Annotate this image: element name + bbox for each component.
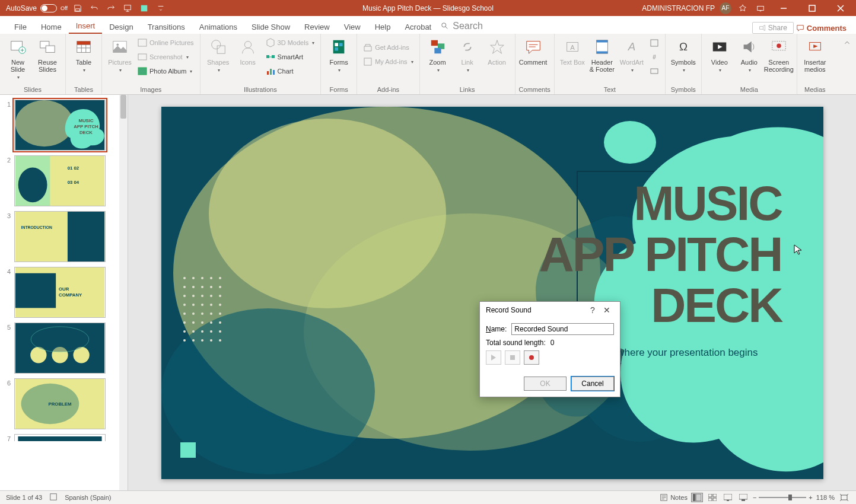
svg-point-94 xyxy=(219,295,221,297)
zoom-button[interactable]: Zoom▾ xyxy=(424,36,452,75)
tab-view[interactable]: View xyxy=(337,19,368,34)
fit-to-window-button[interactable] xyxy=(838,493,850,502)
thumbnails-scrollbar[interactable] xyxy=(119,95,128,490)
slide-thumbnail-3[interactable]: INTRODUCTION xyxy=(14,211,106,262)
toggle-switch-icon[interactable] xyxy=(40,4,57,12)
slide-sorter-view-button[interactable] xyxy=(707,493,718,502)
forms-button[interactable]: Forms▾ xyxy=(324,36,353,75)
video-button[interactable]: Video▾ xyxy=(705,36,734,75)
redo-button[interactable] xyxy=(104,2,117,15)
wordart-button[interactable]: A WordArt▾ xyxy=(618,36,646,75)
comment-button[interactable]: Comment xyxy=(519,36,548,67)
ribbon-display-options-button[interactable] xyxy=(754,2,767,15)
pictures-button[interactable]: Pictures▾ xyxy=(106,36,134,75)
user-name[interactable]: ADMINISTRACION FP xyxy=(642,4,715,12)
tab-help[interactable]: Help xyxy=(368,19,398,34)
zoom-level[interactable]: 118 % xyxy=(816,494,835,501)
svg-point-88 xyxy=(210,286,212,288)
dialog-help-button[interactable]: ? xyxy=(585,305,600,315)
photo-album-button[interactable]: Photo Album▾ xyxy=(135,65,196,78)
tell-me-search[interactable]: Search xyxy=(438,18,485,34)
3d-models-button[interactable]: 3D Models▾ xyxy=(263,36,317,49)
slide-thumbnail-2[interactable]: 01 0203 04 xyxy=(14,155,106,206)
coming-soon-button[interactable] xyxy=(736,2,749,15)
save-button[interactable] xyxy=(71,2,84,15)
zoom-slider[interactable]: − + xyxy=(753,494,813,501)
icons-button[interactable]: Icons xyxy=(234,36,262,67)
autosave-toggle[interactable]: AutoSave Off xyxy=(6,4,68,12)
dialog-titlebar[interactable]: Record Sound ? ✕ xyxy=(480,302,620,318)
screen-recording-button[interactable]: Screen Recording xyxy=(765,36,793,74)
get-addins-button[interactable]: Get Add-ins xyxy=(361,41,415,54)
slide-thumbnails-pane[interactable]: 1 MUSICAPP PITCHDECK 2 01 0203 04 3 INTR… xyxy=(0,95,128,490)
cancel-button[interactable]: Cancel xyxy=(571,377,614,391)
tab-insert[interactable]: Insert xyxy=(69,18,103,34)
dialog-close-button[interactable]: ✕ xyxy=(600,305,614,315)
share-button[interactable]: Share xyxy=(752,22,794,34)
slide-thumbnail-7[interactable] xyxy=(14,434,106,441)
tab-review[interactable]: Review xyxy=(297,19,337,34)
action-button[interactable]: Action xyxy=(483,36,511,67)
my-addins-button[interactable]: My Add-ins▾ xyxy=(361,55,415,68)
ok-button[interactable]: OK xyxy=(524,377,567,391)
new-slide-button[interactable]: New Slide▾ xyxy=(4,36,32,82)
sound-name-input[interactable] xyxy=(511,323,614,335)
customize-qat-button[interactable] xyxy=(154,2,167,15)
language-status[interactable]: Spanish (Spain) xyxy=(65,494,111,501)
tab-file[interactable]: File xyxy=(7,19,34,34)
text-box-button[interactable]: A Text Box xyxy=(558,36,587,67)
normal-view-button[interactable] xyxy=(691,493,703,502)
tab-home[interactable]: Home xyxy=(34,19,69,34)
undo-button[interactable] xyxy=(88,2,101,15)
slideshow-view-button[interactable] xyxy=(737,493,749,502)
tab-transitions[interactable]: Transitions xyxy=(141,19,192,34)
reuse-slides-button[interactable]: Reuse Slides xyxy=(33,36,62,74)
shapes-button[interactable]: Shapes▾ xyxy=(204,36,233,75)
slide-thumbnail-4[interactable]: OURCOMPANY xyxy=(14,267,106,318)
minimize-button[interactable] xyxy=(772,0,795,16)
slide-thumbnail-5[interactable] xyxy=(14,323,106,374)
zoom-icon xyxy=(428,37,447,56)
screenshot-button[interactable]: Screenshot▾ xyxy=(135,50,196,63)
accessibility-icon[interactable] xyxy=(49,493,58,502)
slide-position[interactable]: Slide 1 of 43 xyxy=(6,494,42,501)
header-footer-button[interactable]: Header & Footer xyxy=(588,36,616,74)
comments-button[interactable]: Comments xyxy=(796,24,847,33)
audio-button[interactable]: Audio▾ xyxy=(735,36,763,75)
zoom-in-button[interactable]: + xyxy=(809,494,812,501)
link-button[interactable]: Link▾ xyxy=(453,36,482,75)
chart-button[interactable]: Chart xyxy=(263,65,317,78)
tab-design[interactable]: Design xyxy=(102,19,140,34)
record-button[interactable] xyxy=(524,350,539,365)
object-button[interactable] xyxy=(647,65,661,78)
notes-button[interactable]: Notes xyxy=(660,493,688,502)
zoom-track[interactable] xyxy=(759,497,806,498)
tab-animations[interactable]: Animations xyxy=(192,19,244,34)
slide-thumbnail-1[interactable]: MUSICAPP PITCHDECK xyxy=(14,100,106,151)
smartart-button[interactable]: SmartArt xyxy=(263,50,317,63)
svg-point-96 xyxy=(192,304,195,306)
slide-editor[interactable]: MUSIC APP PITCH DECK Here is where your … xyxy=(128,95,856,490)
tab-acrobat[interactable]: Acrobat xyxy=(397,19,438,34)
slide-number-button[interactable]: # xyxy=(647,50,661,63)
table-icon xyxy=(74,37,93,56)
stop-button[interactable] xyxy=(505,350,520,365)
collapse-ribbon-button[interactable] xyxy=(841,36,854,49)
online-pictures-button[interactable]: Online Pictures xyxy=(135,36,196,49)
play-button[interactable] xyxy=(486,350,501,365)
date-time-button[interactable] xyxy=(647,36,661,49)
symbols-button[interactable]: Ω Symbols▾ xyxy=(669,36,698,75)
zoom-out-button[interactable]: − xyxy=(753,494,756,501)
slide-thumbnail-6[interactable]: PROBLEM xyxy=(14,378,106,429)
tab-slide-show[interactable]: Slide Show xyxy=(244,19,297,34)
insertar-medios-button[interactable]: Insertar medios xyxy=(801,36,829,74)
length-value: 0 xyxy=(550,339,555,347)
avatar[interactable]: AF xyxy=(720,2,731,14)
table-button[interactable]: Table▾ xyxy=(69,36,98,75)
maximize-button[interactable] xyxy=(800,0,824,16)
start-from-beginning-button[interactable] xyxy=(121,2,134,15)
new-slide-icon xyxy=(8,37,27,56)
reading-view-button[interactable] xyxy=(722,493,734,502)
slide-canvas[interactable]: MUSIC APP PITCH DECK Here is where your … xyxy=(161,107,823,479)
close-button[interactable] xyxy=(829,0,852,16)
